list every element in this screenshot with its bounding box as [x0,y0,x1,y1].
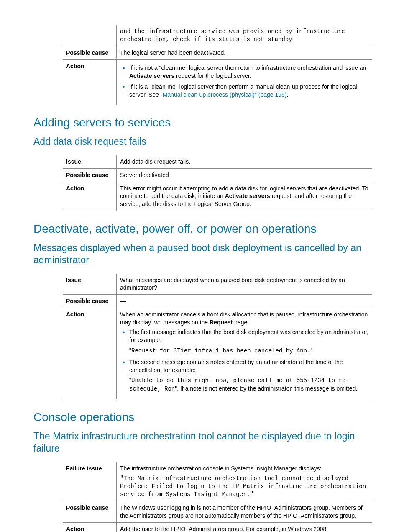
intro-text: The infrastructure orchestration console… [120,465,369,473]
action-label: Action [63,522,117,532]
mono-text: Request for 3Tier_infra_1 has been cance… [131,347,310,354]
issue-label: Issue [63,274,117,295]
issue-table-add-data-disk: Issue Add data disk request fails. Possi… [63,155,372,211]
issue-table-continuation: and the infrastructure service was provi… [63,25,372,105]
possible-cause-text: — [117,295,373,308]
text: . [286,91,288,98]
text: If it is not a "clean-me" logical server… [129,64,366,71]
trailing-text: ". If a note is not entered by the admin… [175,385,357,392]
possible-cause-label: Possible cause [63,168,117,182]
code-example-1: "Request for 3Tier_infra_1 has been canc… [129,347,369,355]
possible-cause-label: Possible cause [63,46,117,59]
action-bullet-2: The second message contains notes entere… [123,358,369,393]
error-message: "The Matrix infrastructure orchestration… [120,475,369,499]
action-intro: When an administrator cancels a boot dis… [120,311,369,326]
bullet-text: The second message contains notes entere… [129,358,369,374]
subsection-heading-add-data-disk: Add data disk request fails [33,136,370,148]
action-label: Action [63,59,117,105]
quote-close: " [310,347,312,354]
action-text: This error might occur if attempting to … [117,182,373,211]
continuation-text: and the infrastructure service was provi… [117,25,373,46]
action-bullet-1: If it is not a "clean-me" logical server… [123,64,369,80]
bold-text: Activate servers [225,193,270,199]
action-label: Action [63,308,117,399]
action-content: When an administrator cancels a boot dis… [117,308,373,399]
bold-text: Request [210,319,233,326]
possible-cause-text: Server deactivated [117,168,373,182]
section-heading-adding-servers: Adding servers to services [33,115,370,131]
text: request for the logical server. [174,72,251,79]
text: page: [233,319,249,326]
failure-issue-content: The infrastructure orchestration console… [117,462,373,501]
bullet-text: The first message indicates that the boo… [129,328,369,344]
possible-cause-label: Possible cause [63,501,117,523]
possible-cause-label: Possible cause [63,295,117,308]
issue-table-paused-boot: Issue What messages are displayed when a… [63,274,372,400]
bold-text: Activate servers [129,72,174,79]
action-label: Action [63,182,117,211]
possible-cause-text: The Windows user logging in is not a mem… [117,501,373,523]
issue-label: Issue [63,155,117,168]
issue-table-login-failure: Failure issue The infrastructure orchest… [63,462,372,532]
issue-text: What messages are displayed when a pause… [117,274,373,295]
action-content: Add the user to the HPIO_Administrators … [117,522,373,532]
empty-label [63,25,117,46]
issue-text: Add data disk request fails. [117,155,373,168]
action-intro: Add the user to the HPIO_Administrators … [120,525,369,532]
possible-cause-text: The logical server had been deactivated. [117,46,373,59]
action-bullet-1: The first message indicates that the boo… [123,328,369,355]
cross-ref-link[interactable]: "Manual clean-up process (physical)" (pa… [161,91,287,98]
section-heading-deactivate: Deactivate, activate, power off, or powe… [33,221,370,237]
action-bullet-2: If it is a "clean-me" logical server the… [123,83,369,99]
failure-issue-label: Failure issue [63,462,117,501]
action-content: If it is not a "clean-me" logical server… [117,59,373,105]
subsection-heading-paused-boot: Messages displayed when a paused boot di… [33,242,370,266]
section-heading-console-ops: Console operations [33,409,370,425]
subsection-heading-login-failure: The Matrix infrastructure orchestration … [33,430,370,455]
code-example-2: "Unable to do this right now, please cal… [129,376,369,393]
